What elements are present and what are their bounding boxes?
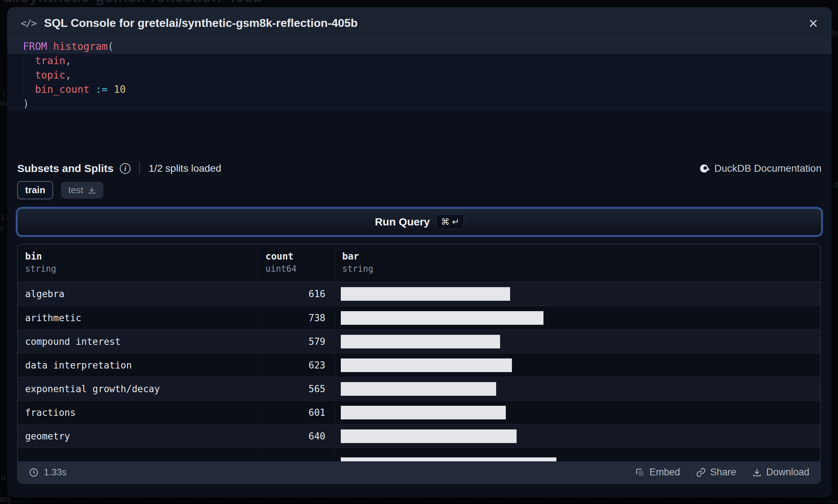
column-type: string — [25, 264, 258, 274]
download-label: Download — [766, 467, 809, 478]
histogram-bar — [341, 358, 512, 372]
bin-cell: algebra — [18, 282, 258, 306]
table-row: geometry 640 — [18, 424, 820, 448]
tab-train[interactable]: train — [17, 181, 53, 199]
code-token — [89, 84, 95, 95]
code-token: , — [65, 55, 71, 67]
histogram-bar — [341, 287, 510, 301]
column-name: bin — [25, 251, 258, 262]
download-icon — [752, 467, 762, 477]
download-icon — [88, 186, 96, 195]
duckdb-docs-link[interactable]: DuckDB Documentation — [699, 163, 821, 174]
table-header: bin stringcount uint64bar string — [18, 244, 820, 282]
bin-cell: data interpretation — [18, 353, 258, 377]
column-header-bar: bar string — [335, 244, 820, 282]
title-bar: </> SQL Console for gretelai/synthetic-g… — [7, 7, 832, 39]
splits-header: Subsets and Splits i 1/2 splits loaded D… — [17, 162, 821, 175]
bin-cell: geometry — [18, 424, 258, 448]
histogram-bar — [341, 382, 496, 396]
duckdb-icon — [699, 163, 710, 174]
code-token — [23, 69, 35, 81]
code-token: , — [65, 69, 71, 81]
split-tabs: traintest — [17, 181, 821, 199]
run-query-button[interactable]: Run Query ⌘ ↵ — [16, 207, 823, 237]
code-token: 10 — [114, 84, 126, 95]
bar-cell — [335, 377, 820, 400]
background-text-fragment: is — [832, 27, 838, 39]
share-button[interactable]: Share — [696, 467, 736, 478]
code-line: ) — [7, 97, 832, 111]
histogram-bar — [341, 457, 556, 461]
table-row: fractions 601 — [18, 400, 820, 424]
bar-cell — [335, 330, 820, 353]
code-token — [47, 41, 53, 52]
count-cell — [258, 448, 335, 461]
divider — [139, 162, 140, 175]
column-header-bin: bin string — [18, 244, 258, 282]
code-token: bin_count — [35, 84, 90, 95]
histogram-bar — [341, 429, 517, 443]
column-type: string — [342, 264, 820, 274]
results-table: bin stringcount uint64bar string algebra… — [17, 244, 821, 484]
bin-cell: compound interest — [18, 330, 258, 353]
keyboard-shortcut-badge: ⌘ ↵ — [436, 214, 464, 229]
background-text-fragment: ai/synthetic-gsm8k-reflection-405b — [3, 0, 263, 6]
histogram-bar — [341, 335, 500, 348]
query-time: 1.33s — [44, 467, 67, 478]
embed-icon — [635, 467, 645, 477]
bar-cell — [335, 424, 820, 448]
bin-cell — [18, 448, 258, 461]
sql-editor[interactable]: FROM histogram( train, topic, bin_count … — [7, 39, 832, 111]
footer-actions: Embed Share Download — [635, 467, 809, 478]
table-row-partial — [18, 448, 820, 461]
bar-cell — [335, 448, 820, 461]
download-button[interactable]: Download — [752, 467, 809, 478]
count-cell: 640 — [258, 424, 335, 448]
histogram-bar — [341, 311, 543, 325]
code-icon: </> — [21, 18, 36, 29]
code-line: FROM histogram( — [7, 39, 832, 54]
count-cell: 579 — [258, 330, 335, 353]
sql-console-modal: </> SQL Console for gretelai/synthetic-g… — [7, 7, 832, 498]
embed-button[interactable]: Embed — [635, 467, 680, 478]
tab-label: test — [68, 185, 83, 196]
histogram-bar — [341, 406, 506, 419]
count-cell: 565 — [258, 377, 335, 400]
tab-test[interactable]: test — [61, 182, 103, 199]
duckdb-docs-label: DuckDB Documentation — [714, 163, 821, 174]
bin-cell: arithmetic — [18, 306, 258, 329]
code-token: train — [35, 55, 65, 67]
run-query-label: Run Query — [375, 216, 430, 228]
close-button[interactable]: × — [809, 15, 818, 31]
info-icon[interactable]: i — [120, 163, 131, 174]
code-token: ) — [23, 98, 29, 110]
count-cell: 601 — [258, 401, 335, 424]
column-name: count — [265, 251, 335, 262]
bar-cell — [335, 353, 820, 377]
bar-cell — [335, 306, 820, 329]
code-line: train, — [7, 54, 832, 68]
background-text-fragment: w — [0, 98, 7, 109]
column-header-count: count uint64 — [258, 244, 335, 282]
results-footer: 1.33s Embed Share — [18, 461, 820, 483]
bin-cell: fractions — [18, 401, 258, 424]
clock-icon — [29, 467, 39, 477]
count-cell: 738 — [258, 306, 335, 329]
share-label: Share — [710, 467, 736, 478]
code-token: histogram — [53, 41, 108, 52]
column-name: bar — [342, 251, 820, 262]
code-token: := — [95, 84, 108, 95]
table-row: algebra 616 — [18, 282, 820, 306]
background-text-fragment: d — [833, 179, 838, 190]
table-row: compound interest 579 — [18, 329, 820, 353]
background-text-fragment: r — [0, 224, 5, 234]
splits-status: 1/2 splits loaded — [149, 163, 221, 174]
table-body: algebra 616 arithmetic 738 compound inte — [18, 282, 820, 461]
table-row: data interpretation 623 — [18, 353, 820, 377]
share-link-icon — [696, 467, 706, 477]
code-line: topic, — [7, 68, 832, 82]
code-line: bin_count := 10 — [7, 82, 832, 97]
bin-cell: exponential growth/decay — [18, 377, 258, 400]
table-row: exponential growth/decay 565 — [18, 377, 820, 400]
table-row: arithmetic 738 — [18, 306, 820, 329]
